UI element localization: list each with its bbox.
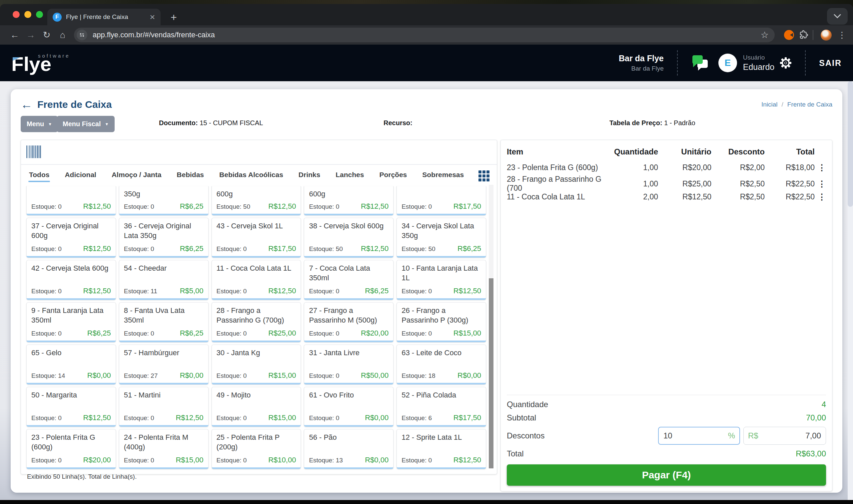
breadcrumb-home-link[interactable]: Inicial [761,101,778,108]
category-tab[interactable]: Adicional [64,168,97,183]
bookmark-star-icon[interactable]: ☆ [761,31,769,40]
grid-view-icon[interactable] [478,170,489,181]
grid-scrollbar-thumb[interactable] [489,278,493,468]
grid-scrollbar[interactable] [489,185,493,468]
reload-icon[interactable]: ↻ [39,31,55,40]
settings-gear-icon[interactable] [780,57,792,69]
category-tab[interactable]: Almoço / Janta [111,168,162,183]
product-card[interactable]: 28 - Frango a Passarinho G (700g) Estoqu… [212,302,301,342]
product-card[interactable]: Estoque: 0 R$12,50 [26,186,116,215]
barcode-icon[interactable] [26,145,41,158]
product-card[interactable]: 26 - Frango a Passarinho P (300g) Estoqu… [397,302,486,342]
category-tab[interactable]: Sobremesas [421,168,465,183]
product-card[interactable]: 600g Estoque: 50 R$12,50 [212,186,301,215]
product-card[interactable]: 51 - Martini Estoque: 0 R$12,50 [119,387,209,427]
product-card[interactable]: 8 - Fanta Uva Lata 350ml Estoque: 0 R$6,… [119,302,209,342]
caret-down-icon: ▼ [48,122,52,126]
browser-tab[interactable]: F Flye | Frente de Caixa ✕ [47,8,161,25]
product-card[interactable]: 10 - Fanta Laranja Lata 1L Estoque: 0 R$… [397,260,486,300]
product-card[interactable]: 25 - Polenta Frita P (200g) Estoque: 0 R… [212,429,301,469]
product-card[interactable]: 30 - Janta Kg Estoque: 0 R$15,00 [212,344,301,384]
product-card[interactable]: 63 - Leite de Coco Estoque: 18 R$0,00 [397,344,486,384]
logout-button[interactable]: SAIR [819,58,842,68]
minimize-window-button[interactable] [24,11,31,18]
row-menu-icon[interactable]: ⋮ [815,179,826,189]
category-tab[interactable]: Todos [28,168,50,183]
product-card[interactable]: 9 - Fanta Laranja Lata 350ml Estoque: 0 … [26,302,116,342]
page-scrollbar-thumb[interactable] [848,81,853,207]
product-card[interactable]: 12 - Sprite Lata 1L Estoque: 0 R$12,50 [397,429,486,469]
back-arrow-icon[interactable]: ← [21,98,33,110]
product-stock: Estoque: 0 [124,414,154,422]
site-info-icon[interactable] [77,30,87,40]
category-tab[interactable]: Porções [379,168,407,183]
forward-icon[interactable]: → [23,31,39,40]
product-card[interactable]: 27 - Frango a Passarinho M (500g) Estoqu… [304,302,394,342]
product-card[interactable]: 36 - Cerveja Original Lata 350g Estoque:… [119,218,209,258]
product-card[interactable]: Estoque: 0 R$17,50 [397,186,486,215]
menu-dropdown-button[interactable]: Menu▼ [21,116,58,132]
toolbar-divider [813,30,813,40]
product-card[interactable]: 65 - Gelo Estoque: 14 R$0,00 [26,344,116,384]
product-card[interactable]: 42 - Cerveja Stela 600g Estoque: 0 R$12,… [26,260,116,300]
category-tab[interactable]: Lanches [335,168,365,183]
product-card[interactable]: 49 - Mojito Estoque: 0 R$15,00 [212,387,301,427]
product-card[interactable]: 43 - Cerveja Skol 1L Estoque: 0 R$17,50 [212,218,301,258]
product-title: 31 - Janta Livre [309,348,388,358]
pay-button[interactable]: Pagar (F4) [507,464,826,486]
tab-search-button[interactable] [827,8,848,25]
product-card[interactable]: 7 - Coca Cola Lata 350ml Estoque: 0 R$6,… [304,260,394,300]
menu-fiscal-dropdown-button[interactable]: Menu Fiscal▼ [57,116,115,132]
user-avatar[interactable]: E [718,54,737,72]
browser-menu-icon[interactable]: ⋮ [838,31,846,39]
url-text[interactable]: app.flye.com.br/#/vendas/frente-caixa [93,31,761,39]
row-menu-icon[interactable]: ⋮ [815,163,826,173]
category-tab[interactable]: Bebidas Alcoólicas [219,168,284,183]
page-scrollbar[interactable] [848,81,853,500]
product-title: 38 - Cerveja Skol 600g [309,221,388,231]
close-window-button[interactable] [13,11,20,18]
product-price: R$20,00 [361,329,388,338]
product-title: 65 - Gelo [31,348,111,358]
product-card[interactable]: 34 - Cerveja Skol Lata 350g Estoque: 50 … [397,218,486,258]
cart-item-row[interactable]: 28 - Frango a Passarinho G (700 1,00 R$2… [507,175,826,190]
product-card[interactable]: 50 - Margarita Estoque: 0 R$12,50 [26,387,116,427]
product-card[interactable]: 57 - Hambúrguer Estoque: 27 R$0,00 [119,344,209,384]
product-title: 30 - Janta Kg [216,348,296,358]
product-card[interactable]: 11 - Coca Cola Lata 1L Estoque: 0 R$12,5… [212,260,301,300]
product-card[interactable]: 31 - Janta Livre Estoque: 0 R$50,00 [304,344,394,384]
product-card[interactable]: 37 - Cerveja Original 600g Estoque: 0 R$… [26,218,116,258]
product-card[interactable]: 23 - Polenta Frita G (600g) Estoque: 0 R… [26,429,116,469]
product-card[interactable]: 56 - Pão Estoque: 13 R$0,00 [304,429,394,469]
home-icon[interactable]: ⌂ [55,31,71,40]
product-card[interactable]: 600g Estoque: 0 R$12,50 [304,186,394,215]
product-card-footer: Estoque: 27 R$0,00 [124,371,204,380]
tune-icon [79,32,85,38]
product-card-footer: Estoque: 0 R$15,00 [216,413,296,422]
product-card[interactable]: 52 - Piña Colada Estoque: 6 R$17,50 [397,387,486,427]
product-stock: Estoque: 18 [401,372,435,379]
zoom-window-button[interactable] [36,11,43,18]
orange-extension-icon[interactable] [784,30,794,40]
browser-profile-avatar[interactable] [821,30,832,41]
back-icon[interactable]: ← [7,31,23,40]
row-menu-icon[interactable]: ⋮ [815,192,826,202]
product-card[interactable]: 24 - Polenta Frita M (400g) Estoque: 0 R… [119,429,209,469]
extensions-puzzle-icon[interactable] [799,30,809,40]
category-tab[interactable]: Bebidas [176,168,205,183]
product-title: 34 - Cerveja Skol Lata 350g [401,221,481,240]
cart-item-discount: R$2,50 [711,179,765,188]
cart-item-row[interactable]: 23 - Polenta Frita G (600g) 1,00 R$20,00… [507,160,826,175]
new-tab-button[interactable]: + [171,12,177,23]
discount-percent-input[interactable] [659,428,739,444]
category-tab[interactable]: Drinks [298,168,321,183]
product-card[interactable]: 38 - Cerveja Skol 600g Estoque: 50 R$12,… [304,218,394,258]
product-card[interactable]: 54 - Cheedar Estoque: 11 R$5,00 [119,260,209,300]
address-bar[interactable]: app.flye.com.br/#/vendas/frente-caixa ☆ [74,28,775,42]
tab-close-icon[interactable]: ✕ [149,14,155,21]
product-card[interactable]: 61 - Ovo Frito Estoque: 0 R$0,00 [304,387,394,427]
product-title: 42 - Cerveja Stela 600g [31,263,111,273]
product-card[interactable]: 350g Estoque: 0 R$6,25 [119,186,209,215]
cart-item-unit: R$20,00 [658,163,711,172]
chat-icon[interactable] [691,55,709,71]
